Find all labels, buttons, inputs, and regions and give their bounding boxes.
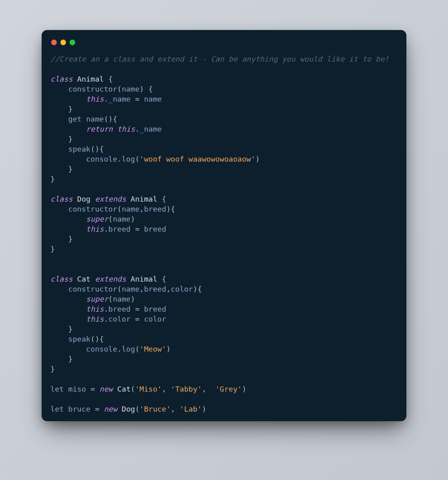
code-comment: //Create an a class and extend it - Can …	[50, 55, 389, 63]
paren-close: )	[131, 215, 135, 223]
class-name-dog: Dog	[77, 195, 90, 203]
maximize-icon[interactable]	[70, 40, 75, 45]
keyword-let: let	[50, 405, 64, 413]
method-speak: speak	[68, 145, 91, 153]
comma: ,	[171, 405, 180, 413]
keyword-extends: extends	[95, 195, 126, 203]
paren-open: (	[90, 335, 95, 343]
method-constructor: constructor	[68, 285, 118, 293]
ident-log: log	[122, 155, 135, 163]
comma: ,	[162, 385, 171, 393]
class-name-animal: Animal	[131, 195, 158, 203]
equals: =	[131, 305, 144, 313]
keyword-new: new	[104, 405, 117, 413]
space	[82, 115, 86, 123]
paren-open: (	[104, 115, 108, 123]
brace-close: }	[50, 365, 55, 373]
brace-close: }	[50, 175, 55, 183]
brace-open: {	[162, 195, 166, 203]
class-name-dog: Dog	[122, 405, 135, 413]
brace-open: {	[113, 115, 117, 123]
equals: =	[131, 315, 144, 323]
keyword-class: class	[50, 275, 73, 283]
brace-close: }	[68, 165, 73, 173]
paren-open: (	[117, 285, 122, 293]
close-icon[interactable]	[51, 40, 57, 45]
class-name-animal: Animal	[77, 75, 104, 83]
space	[73, 75, 77, 83]
code-window: //Create an a class and extend it - Can …	[42, 30, 406, 421]
dot: .	[104, 315, 108, 323]
paren-close: )	[255, 155, 260, 163]
dot: .	[117, 345, 122, 353]
ident-breed: breed	[144, 225, 166, 233]
var-miso: miso	[68, 385, 86, 393]
paren-open: (	[108, 215, 113, 223]
paren-open: (	[90, 145, 95, 153]
string-woof: 'woof woof waawowowoaoaow'	[140, 155, 256, 163]
paren-close: )	[242, 385, 246, 393]
dot: .	[104, 225, 108, 233]
brace-close: }	[68, 325, 73, 333]
comma: ,	[202, 385, 215, 393]
ident-name: name	[113, 295, 131, 303]
dot: .	[117, 155, 122, 163]
string-meow: 'Meow'	[140, 345, 166, 353]
param-name: name	[122, 285, 140, 293]
brace-close: }	[68, 135, 73, 143]
comma: ,	[140, 205, 144, 213]
keyword-class: class	[50, 75, 73, 83]
paren-close: )	[95, 145, 99, 153]
space	[113, 125, 117, 133]
minimize-icon[interactable]	[60, 40, 66, 45]
ident-name: name	[144, 95, 162, 103]
space	[64, 385, 68, 393]
paren-open: (	[135, 345, 140, 353]
paren-close: )	[131, 295, 135, 303]
paren-close: )	[193, 285, 197, 293]
paren-close: )	[95, 335, 99, 343]
brace-close: }	[68, 235, 73, 243]
space	[113, 385, 117, 393]
space	[64, 405, 68, 413]
ident-name: name	[113, 215, 131, 223]
prop-breed: breed	[108, 225, 131, 233]
brace-open: {	[162, 275, 166, 283]
paren-close: )	[140, 85, 144, 93]
getter-name: name	[86, 115, 104, 123]
string-bruce: 'Bruce'	[140, 405, 171, 413]
keyword-this: this	[86, 305, 104, 313]
keyword-extends: extends	[95, 275, 126, 283]
keyword-super: super	[86, 295, 108, 303]
string-lab: 'Lab'	[180, 405, 202, 413]
dot: .	[104, 305, 108, 313]
keyword-this: this	[86, 95, 104, 103]
brace-open: {	[198, 285, 202, 293]
ident-console: console	[86, 345, 117, 353]
keyword-this: this	[117, 125, 135, 133]
param-name: name	[122, 205, 140, 213]
space	[126, 275, 130, 283]
paren-close: )	[166, 205, 171, 213]
brace-close: }	[68, 355, 73, 363]
class-name-cat: Cat	[77, 275, 90, 283]
paren-open: (	[117, 205, 122, 213]
brace-open: {	[171, 205, 175, 213]
paren-open: (	[108, 295, 113, 303]
brace-close: }	[50, 245, 55, 253]
space	[144, 85, 148, 93]
prop-breed: breed	[108, 305, 131, 313]
space	[90, 275, 95, 283]
class-name-animal: Animal	[131, 275, 158, 283]
method-speak: speak	[68, 335, 91, 343]
method-constructor: constructor	[68, 205, 118, 213]
equals: =	[90, 405, 104, 413]
brace-open: {	[108, 75, 113, 83]
prop-_name: _name	[108, 95, 131, 103]
space	[157, 195, 162, 203]
param-breed: breed	[144, 285, 166, 293]
brace-open: {	[148, 85, 153, 93]
brace-open: {	[100, 145, 104, 153]
paren-open: (	[135, 405, 140, 413]
ident-console: console	[86, 155, 117, 163]
